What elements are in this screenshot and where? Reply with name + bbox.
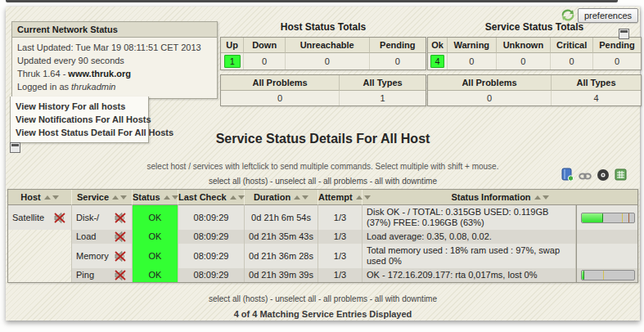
select-links-bottom: select all (hosts) - unselect all - all … <box>6 294 640 303</box>
all-problems-link[interactable]: all problems <box>323 177 367 186</box>
permalink-icon[interactable] <box>579 169 592 184</box>
col-status-label: Status <box>133 192 160 202</box>
svc-ok-chip[interactable]: 4 <box>430 55 444 68</box>
collapse-totals-icon[interactable] <box>619 29 629 39</box>
service-row[interactable]: Memory OK 08:09:29 0d 21h 36m 28s 1/3 To… <box>8 244 637 268</box>
attempt-cell: 1/3 <box>318 230 363 244</box>
svc-unknown-count[interactable]: 0 <box>497 53 552 70</box>
disk-usage-bar[interactable] <box>581 213 635 223</box>
sort-asc-icon[interactable] <box>44 195 51 200</box>
svc-critical-count[interactable]: 0 <box>551 53 593 70</box>
export-toolbar <box>561 168 627 185</box>
attempt-cell: 1/3 <box>318 244 363 268</box>
service-name[interactable]: Disk-/ <box>76 213 99 223</box>
host-name[interactable]: Satellite <box>12 213 44 223</box>
host-col-all-problems: All Problems <box>221 75 340 91</box>
unselect-all-link[interactable]: unselect all <box>275 294 316 303</box>
svc-col-ok: Ok <box>428 38 448 53</box>
svc-all-types-count[interactable]: 4 <box>552 91 641 105</box>
network-status-panel: Current Network Status Last Updated: Tue… <box>11 21 218 99</box>
service-summary-table: All Problems All Types 0 4 <box>427 74 642 106</box>
col-duration[interactable]: Duration <box>245 190 318 205</box>
host-down-count[interactable]: 0 <box>244 53 285 70</box>
service-name[interactable]: Memory <box>76 251 109 262</box>
select-all-hosts-link[interactable]: select all (hosts) <box>209 177 268 186</box>
col-service[interactable]: Service <box>72 190 133 205</box>
col-last-check[interactable]: Last Check <box>178 190 245 205</box>
host-col-all-types: All Types <box>340 75 426 91</box>
service-row[interactable]: Satellite Disk-/ OK 08:09:29 0d 21h 6m 5… <box>8 205 637 230</box>
svc-all-problems-count[interactable]: 0 <box>428 91 552 105</box>
host-up-count[interactable]: 1 <box>221 53 244 70</box>
sort-desc-icon[interactable] <box>52 195 59 200</box>
preferences-button[interactable]: preferences <box>578 8 638 23</box>
sort-desc-icon[interactable] <box>120 195 127 200</box>
sort-desc-icon[interactable] <box>364 195 371 200</box>
disc-export-icon[interactable] <box>597 168 610 185</box>
host-pending-count[interactable]: 0 <box>370 53 426 70</box>
duration-cell: 0d 21h 39m 39s <box>245 268 318 282</box>
svc-col-pending: Pending <box>593 38 641 53</box>
sort-asc-icon[interactable] <box>294 195 300 200</box>
bar-fill <box>582 271 584 280</box>
host-cell: Satellite <box>8 205 72 230</box>
host-up-chip[interactable]: 1 <box>224 55 241 68</box>
all-problems-link[interactable]: all problems <box>323 294 367 303</box>
sort-asc-icon[interactable] <box>112 195 119 200</box>
col-status[interactable]: Status <box>133 190 178 205</box>
link-separator: - <box>367 294 375 303</box>
matching-entries-count: 4 of 4 Matching Service Entries Displaye… <box>6 309 640 319</box>
version-line: Thruk 1.64 - www.thruk.org <box>17 67 212 80</box>
thruk-site-link[interactable]: www.thruk.org <box>68 69 131 79</box>
col-service-label: Service <box>77 192 109 202</box>
sort-desc-icon[interactable] <box>302 195 308 200</box>
service-name[interactable]: Load <box>76 231 96 242</box>
sort-desc-icon[interactable] <box>238 195 245 200</box>
page-background: Current Network Status Last Updated: Tue… <box>6 7 640 321</box>
service-row[interactable]: Ping OK 08:09:29 0d 21h 39m 39s 1/3 OK -… <box>8 268 637 282</box>
link-separator: - <box>316 294 323 303</box>
sort-asc-icon[interactable] <box>356 195 363 200</box>
sort-desc-icon[interactable] <box>543 195 549 200</box>
refresh-icon[interactable] <box>561 9 574 25</box>
logged-in-line: Logged in as thrukadmin <box>17 80 212 93</box>
svc-ok-count[interactable]: 4 <box>428 53 448 70</box>
view-notifications-link[interactable]: View Notifications For All Hosts <box>16 113 143 126</box>
col-host[interactable]: Host <box>8 190 72 205</box>
all-with-downtime-link[interactable]: all with downtime <box>375 177 437 186</box>
service-row[interactable]: Load OK 08:09:29 0d 21h 35m 43s 1/3 Load… <box>8 230 637 244</box>
last-check-cell: 08:09:29 <box>178 230 245 244</box>
unselect-all-link[interactable]: unselect all <box>275 177 316 186</box>
host-totals-title: Host Status Totals <box>220 21 426 33</box>
service-name[interactable]: Ping <box>76 270 94 280</box>
host-status-totals: Host Status Totals Up Down Unreachable P… <box>220 21 426 106</box>
status-badge: OK <box>133 268 178 282</box>
excel-export-icon[interactable] <box>615 168 627 184</box>
host-all-types-count[interactable]: 1 <box>340 91 426 105</box>
host-all-problems-count[interactable]: 0 <box>221 91 340 105</box>
thruk-status-page: Current Network Status Last Updated: Tue… <box>0 0 644 332</box>
notifications-disabled-icon <box>114 231 128 242</box>
all-with-downtime-link[interactable]: all with downtime <box>375 294 437 303</box>
col-status-information[interactable]: Status Information <box>363 190 637 205</box>
sort-asc-icon[interactable] <box>534 195 541 200</box>
sort-asc-icon[interactable] <box>230 195 236 200</box>
svc-pending-count[interactable]: 0 <box>593 53 641 70</box>
col-attempt[interactable]: Attempt <box>318 190 363 205</box>
host-col-pending: Pending <box>370 38 426 53</box>
page-title: Service Status Details For All Host <box>6 132 640 146</box>
svc-col-all-types: All Types <box>552 75 641 91</box>
view-history-link[interactable]: View History For all hosts <box>16 100 143 113</box>
svc-warning-count[interactable]: 0 <box>448 53 496 70</box>
sort-asc-icon[interactable] <box>164 195 170 200</box>
service-cell: Load <box>72 230 133 244</box>
status-info-cell: OK - 172.16.209.177: rta 0,017ms, lost 0… <box>363 268 576 282</box>
columns-select-icon[interactable] <box>561 168 574 185</box>
last-check-cell: 08:09:29 <box>178 205 245 230</box>
perf-bar-cell <box>576 244 637 268</box>
bar-fill <box>582 213 603 222</box>
select-all-hosts-link[interactable]: select all (hosts) <box>209 294 268 303</box>
sort-desc-icon[interactable] <box>172 195 178 200</box>
ping-rta-bar[interactable] <box>581 270 635 280</box>
host-unreachable-count[interactable]: 0 <box>286 53 370 70</box>
